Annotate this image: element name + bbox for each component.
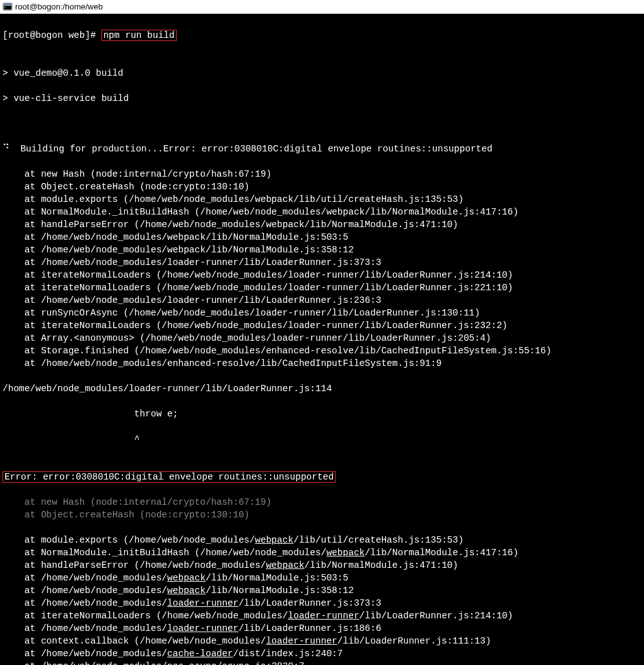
module-link: loader-runner bbox=[266, 636, 337, 646]
stack-trace-line: at /home/web/node_modules/neo-async/asyn… bbox=[3, 660, 641, 665]
terminal-icon bbox=[3, 2, 13, 12]
module-link: webpack bbox=[167, 573, 206, 583]
stack-trace-line-dim: at Object.createHash (node:crypto:130:10… bbox=[3, 509, 641, 521]
module-link: webpack bbox=[326, 548, 365, 558]
window-titlebar: root@bogon:/home/web bbox=[0, 0, 644, 14]
stack-trace-line: at Storage.finished (/home/web/node_modu… bbox=[3, 344, 641, 357]
stack-trace-line: at NormalModule._initBuildHash (/home/we… bbox=[3, 206, 641, 218]
stack-trace-line: at /home/web/node_modules/loader-runner/… bbox=[3, 597, 641, 609]
prompt: [root@bogon web]# bbox=[3, 30, 102, 40]
stack-trace-line: at iterateNormalLoaders (/home/web/node_… bbox=[3, 269, 641, 281]
stack-trace-line: at /home/web/node_modules/enhanced-resol… bbox=[3, 357, 641, 370]
terminal-output[interactable]: [root@bogon web]# npm run build > vue_de… bbox=[0, 14, 644, 665]
stack-trace-line: at /home/web/node_modules/loader-runner/… bbox=[3, 294, 641, 307]
stack-trace-line: at module.exports (/home/web/node_module… bbox=[3, 193, 641, 206]
stack-trace-line: at runSyncOrAsync (/home/web/node_module… bbox=[3, 307, 641, 319]
stack-trace-line: at module.exports (/home/web/node_module… bbox=[3, 534, 641, 546]
stack-trace-line: at iterateNormalLoaders (/home/web/node_… bbox=[3, 319, 641, 332]
stack-trace-line: at Object.createHash (node:crypto:130:10… bbox=[3, 180, 641, 193]
stack-trace-line: at /home/web/node_modules/webpack/lib/No… bbox=[3, 231, 641, 244]
stack-trace-line: at /home/web/node_modules/loader-runner/… bbox=[3, 256, 641, 269]
module-link: loader-runner bbox=[167, 598, 238, 608]
module-link: loader-runner bbox=[288, 611, 359, 621]
stack-trace-line: at handleParseError (/home/web/node_modu… bbox=[3, 559, 641, 572]
output-line: > vue-cli-service build bbox=[3, 92, 641, 105]
stack-trace-line: at iterateNormalLoaders (/home/web/node_… bbox=[3, 609, 641, 622]
stack-trace-line: at /home/web/node_modules/loader-runner/… bbox=[3, 622, 641, 635]
stack-trace-line: at /home/web/node_modules/webpack/lib/No… bbox=[3, 244, 641, 256]
throw-caret: ^ bbox=[3, 433, 641, 445]
module-link: neo-async bbox=[167, 661, 216, 665]
svg-rect-1 bbox=[4, 4, 11, 5]
stack-trace-line: at Array.<anonymous> (/home/web/node_mod… bbox=[3, 332, 641, 344]
stack-trace-line: at new Hash (node:internal/crypto/hash:6… bbox=[3, 168, 641, 180]
stack-trace-line: at /home/web/node_modules/webpack/lib/No… bbox=[3, 572, 641, 584]
command-highlight: npm run build bbox=[102, 30, 177, 41]
build-error-line: ⠙ Building for production...Error: error… bbox=[3, 143, 641, 155]
module-link: loader-runner bbox=[167, 623, 238, 633]
stack-trace-line: at context.callback (/home/web/node_modu… bbox=[3, 635, 641, 647]
output-line: > vue_demo@0.1.0 build bbox=[3, 67, 641, 79]
stack-trace-line: at /home/web/node_modules/cache-loader/d… bbox=[3, 647, 641, 660]
module-link: webpack bbox=[167, 586, 206, 596]
throw-line: throw e; bbox=[3, 408, 641, 420]
window-title: root@bogon:/home/web bbox=[15, 2, 103, 11]
stack-trace-line: at NormalModule._initBuildHash (/home/we… bbox=[3, 546, 641, 559]
throw-path: /home/web/node_modules/loader-runner/lib… bbox=[3, 382, 641, 395]
stack-trace-line: at /home/web/node_modules/webpack/lib/No… bbox=[3, 584, 641, 597]
svg-rect-2 bbox=[4, 6, 11, 9]
module-link: webpack bbox=[255, 535, 293, 545]
stack-trace-line: at iterateNormalLoaders (/home/web/node_… bbox=[3, 281, 641, 294]
module-link: webpack bbox=[266, 560, 305, 570]
error-highlight: Error: error:0308010C:digital envelope r… bbox=[3, 471, 336, 483]
module-link: cache-loader bbox=[167, 649, 233, 659]
stack-trace-line-dim: at new Hash (node:internal/crypto/hash:6… bbox=[3, 496, 641, 509]
stack-trace-line: at handleParseError (/home/web/node_modu… bbox=[3, 218, 641, 231]
